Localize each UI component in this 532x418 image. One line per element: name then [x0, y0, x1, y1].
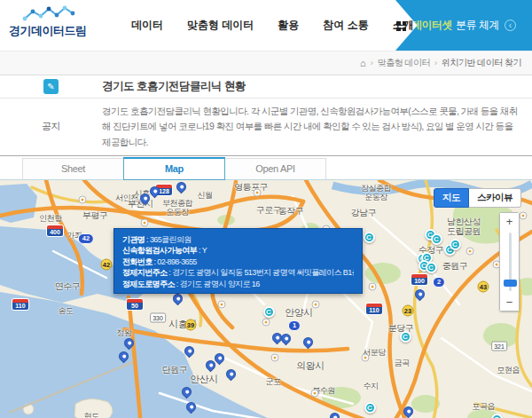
- interchange-icon: [79, 195, 87, 203]
- expressway-shield: 110: [366, 304, 382, 314]
- dataset-header-section: ✎ 경기도 호흡기전담클리닉 현황 공지 경기도 호흡기전담클리닉 현황입니다.…: [0, 75, 532, 156]
- interchange-icon: [262, 318, 270, 326]
- local-route-badge: 330: [150, 312, 166, 322]
- map-place-label: 포곡읍: [472, 402, 495, 411]
- national-route-badge: 42: [101, 258, 113, 270]
- title-icon-cell: ✎: [0, 79, 102, 94]
- logo-text: 경기데이터드림: [9, 23, 87, 39]
- infowindow-row: 기관명 : 365클린의원: [122, 234, 354, 245]
- zoom-in-button[interactable]: +: [500, 213, 519, 230]
- interchange-icon: [520, 211, 528, 219]
- clinic-circle-marker[interactable]: C: [400, 331, 411, 343]
- shield-number: 110: [366, 307, 382, 314]
- infowindow-row: 정제도로명주소 : 경기도 광명시 양지로 16: [122, 279, 354, 289]
- title-row: ✎ 경기도 호흡기전담클리닉 현황: [0, 75, 532, 99]
- infowindow-row: 신속항원검사가능여부 : Y: [122, 245, 354, 256]
- interchange-icon: [218, 300, 226, 308]
- shield-number: 100: [411, 278, 427, 285]
- interchange-icon: [312, 300, 320, 308]
- document-edit-icon: ✎: [43, 79, 59, 94]
- zoom-slider-handle[interactable]: [504, 280, 517, 287]
- breadcrumb-separator: ›: [371, 59, 373, 67]
- map-place-label: 잠실종합 운동장: [361, 184, 391, 202]
- site-header: 경기데이터드림 데이터맞춤형 데이터활용참여 소통소개 데이터셋 분류 체계 ‹: [0, 0, 532, 51]
- shield-number: 50: [127, 303, 143, 310]
- logo-chart-icon: [21, 5, 82, 23]
- map-infowindow: 기관명 : 365클린의원신속항원검사가능여부 : Y전화번호 : 02-898…: [113, 228, 363, 294]
- route-badge: 1: [288, 320, 301, 331]
- map-type-button[interactable]: 지도: [434, 188, 469, 208]
- map-place-label: 단원구: [162, 365, 188, 375]
- nav-item[interactable]: 활용: [278, 18, 299, 33]
- site-logo[interactable]: 경기데이터드림: [9, 5, 87, 39]
- breadcrumb: ⌂›맞춤형 데이터›위치기반 데이터 찾기: [360, 57, 521, 69]
- map-place-label: 강남구: [351, 208, 377, 218]
- zoom-slider[interactable]: [500, 230, 519, 294]
- breadcrumb-item[interactable]: 맞춤형 데이터: [378, 57, 430, 69]
- map-place-label: 동작구: [278, 206, 304, 217]
- page-title: 경기도 호흡기전담클리닉 현황: [102, 79, 246, 94]
- banner-rest-text: 분류 체계: [456, 18, 499, 33]
- local-route-badge: 321: [491, 341, 507, 351]
- notice-text: 경기도 호흡기전담클리닉 현황입니다. 각 시군별 기관명, 신속항원검사가능여…: [102, 104, 532, 150]
- map-place-label: 연수구: [55, 281, 81, 292]
- map-place-label: 안산시: [190, 374, 218, 385]
- breadcrumb-separator: ›: [434, 59, 437, 67]
- map-place-label: 남한산성 도립공원: [447, 216, 481, 236]
- shield-number: 400: [47, 229, 63, 236]
- map-place-label: 의왕시: [296, 360, 325, 372]
- map-place-label: 중원구: [442, 261, 468, 272]
- interchange-icon: [466, 247, 474, 255]
- skyview-type-button[interactable]: 스카이뷰: [469, 188, 521, 208]
- interchange-icon: [254, 188, 262, 196]
- tab-bar: SheetMapOpen API: [0, 156, 532, 180]
- map-place-label: 모현읍: [497, 366, 520, 375]
- national-route-badge: 43: [478, 280, 489, 292]
- nav-item[interactable]: 참여 소통: [323, 18, 368, 33]
- breadcrumb-bar: ⌂›맞춤형 데이터›위치기반 데이터 찾기: [0, 51, 532, 75]
- zoom-control: + −: [499, 212, 520, 312]
- expressway-shield: 110: [12, 299, 28, 310]
- tab-map[interactable]: Map: [123, 157, 225, 180]
- interchange-icon: [141, 218, 149, 226]
- map-place-label: 인천항: [39, 214, 62, 223]
- route-badge: 2: [433, 277, 445, 288]
- breadcrumb-item[interactable]: 위치기반 데이터 찾기: [442, 57, 521, 69]
- map-canvas[interactable]: 인천광역시부평구서인천인천항가좌연수구송도시흥시흥시정왕단원구안산시형도안양시의…: [0, 180, 532, 418]
- map-place-label: 송도: [59, 306, 74, 315]
- interchange-icon: [311, 389, 319, 397]
- shield-number: 110: [12, 303, 28, 310]
- national-route-badge: 39: [185, 319, 197, 330]
- national-route-badge: 23: [403, 304, 414, 316]
- map-place-label: 형도: [84, 412, 99, 418]
- tab-sheet[interactable]: Sheet: [22, 158, 124, 179]
- home-icon[interactable]: ⌂: [360, 58, 366, 68]
- nav-item[interactable]: 데이터: [131, 18, 163, 33]
- zoom-out-button[interactable]: −: [500, 294, 519, 311]
- tab-open-api[interactable]: Open API: [224, 158, 326, 179]
- nav-item[interactable]: 맞춤형 데이터: [187, 18, 254, 33]
- expressway-shield: 400: [47, 225, 63, 236]
- clinic-circle-marker[interactable]: C: [491, 414, 503, 418]
- notice-label: 공지: [0, 104, 102, 150]
- clinic-circle-marker[interactable]: C: [426, 262, 437, 273]
- map-place-label: 금곡: [395, 359, 410, 367]
- map-place-label: 안양시: [285, 307, 313, 319]
- expressway-shield: 100: [411, 274, 427, 285]
- maptype-control: 지도 스카이뷰: [434, 188, 521, 208]
- chevron-left-circle-icon: ‹: [505, 20, 516, 31]
- infowindow-row: 정제지번주소 : 경기도 광명시 일직동 513번지 광명역 써밋플레이스 B1…: [122, 267, 354, 278]
- clinic-circle-marker[interactable]: C: [263, 306, 275, 318]
- map-place-label: 수지: [364, 382, 379, 390]
- map-place-label: 정왕: [117, 328, 132, 337]
- dataset-classification-banner[interactable]: 데이터셋 분류 체계 ‹: [395, 0, 532, 51]
- infowindow-row: 전화번호 : 02-898-3655: [122, 256, 354, 267]
- clinic-circle-marker[interactable]: C: [431, 233, 442, 245]
- expressway-shield: 50: [127, 299, 143, 310]
- menu-grid-icon[interactable]: [396, 21, 406, 31]
- clinic-circle-marker[interactable]: C: [364, 232, 375, 243]
- clinic-circle-marker[interactable]: C: [364, 402, 376, 414]
- main-nav: 데이터맞춤형 데이터활용참여 소통소개: [131, 0, 414, 51]
- banner-highlight-text: 데이터셋: [411, 18, 452, 33]
- clinic-circle-marker[interactable]: C: [450, 239, 461, 250]
